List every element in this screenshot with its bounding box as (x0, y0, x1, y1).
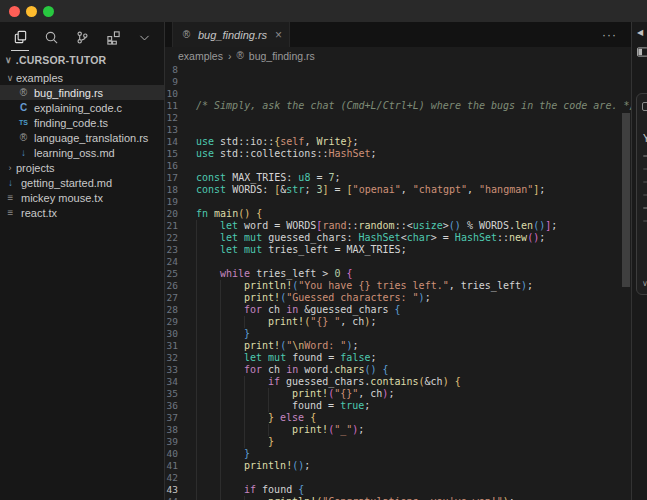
workspace-header[interactable]: ∨ .CURSOR-TUTOR (0, 52, 164, 68)
more-actions-button[interactable]: ··· (602, 28, 617, 42)
code-token: ; (388, 388, 394, 400)
code-line[interactable]: 43if found { (165, 484, 631, 496)
indent-guide (220, 472, 244, 484)
collapse-left-icon[interactable]: ◀ (637, 28, 647, 37)
code-line[interactable]: 41println!(); (165, 460, 631, 472)
line-number: 14 (165, 136, 196, 148)
line-number: 9 (165, 76, 196, 88)
tree-folder-projects[interactable]: ›projects (0, 160, 164, 175)
minimize-window-button[interactable] (26, 6, 37, 17)
tree-item-finding-code-ts[interactable]: TSfinding_code.ts (0, 115, 164, 130)
new-chat-icon[interactable] (642, 102, 647, 111)
code-line[interactable]: 35print!("{}", ch); (165, 388, 631, 400)
code-line[interactable]: 21let word = WORDS[rand::random::<usize>… (165, 220, 631, 232)
chevron-down-icon[interactable] (133, 27, 155, 47)
close-tab-icon[interactable]: × (275, 28, 282, 42)
tree-folder-examples[interactable]: ∨examples (0, 70, 164, 85)
line-number: 24 (165, 256, 196, 268)
line-number: 43 (165, 484, 196, 496)
line-number: 30 (165, 328, 196, 340)
code-line[interactable]: 9 (165, 76, 631, 88)
code-token: rand (322, 220, 346, 232)
indent-guide (196, 340, 220, 352)
code-line[interactable]: 10 (165, 88, 631, 100)
code-line[interactable]: 19 (165, 196, 631, 208)
line-number: 23 (165, 244, 196, 256)
code-line[interactable]: 27print!("Guessed characters: "); (165, 292, 631, 304)
code-line[interactable]: 25while tries_left > 0 { (165, 268, 631, 280)
code-line[interactable]: 28for ch in &guessed_chars { (165, 304, 631, 316)
tree-item-mickey-mouse-tx[interactable]: ≡mickey mouse.tx (0, 190, 164, 205)
indent-guide (196, 496, 220, 500)
tree-item-label: projects (16, 162, 55, 174)
breadcrumb-file[interactable]: bug_finding.rs (249, 50, 315, 62)
code-line[interactable]: 17const MAX_TRIES: u8 = 7; (165, 172, 631, 184)
tree-item-getting-started-md[interactable]: ↓getting_started.md (0, 175, 164, 190)
indent-guide (244, 424, 268, 436)
code-token: HashSet (358, 232, 400, 244)
code-line[interactable]: 22let mut guessed_chars: HashSet<char> =… (165, 232, 631, 244)
code-line[interactable]: 42 (165, 472, 631, 484)
code-line[interactable]: 38print!("_"); (165, 424, 631, 436)
code-token: mut (244, 232, 262, 244)
search-icon[interactable] (40, 27, 62, 47)
line-number: 13 (165, 124, 196, 136)
extensions-icon[interactable] (102, 27, 124, 47)
line-number: 25 (165, 268, 196, 280)
code-area[interactable]: 891011/* Simply, ask the chat (Cmd+L/Ctr… (165, 64, 631, 500)
code-token: mut (268, 352, 286, 364)
code-line[interactable]: 40} (165, 448, 631, 460)
tree-item-react-tx[interactable]: ≡react.tx (0, 205, 164, 220)
code-line[interactable]: 12 (165, 112, 631, 124)
split-columns-icon[interactable] (637, 47, 647, 59)
chat-input-box[interactable]: Y ∨ (636, 93, 647, 295)
tab-bug-finding[interactable]: ® bug_finding.rs × (172, 22, 290, 47)
code-line[interactable]: 13 (165, 124, 631, 136)
code-token: ; (304, 184, 316, 196)
code-line[interactable]: 32let mut found = false; (165, 352, 631, 364)
breadcrumb-folder[interactable]: examples (178, 50, 223, 62)
tree-item-language-translation-rs[interactable]: ®language_translation.rs (0, 130, 164, 145)
code-line[interactable]: 36found = true; (165, 400, 631, 412)
code-line[interactable]: 24 (165, 256, 631, 268)
code-line[interactable]: 33for ch in word.chars() { (165, 364, 631, 376)
code-line[interactable]: 11/* Simply, ask the chat (Cmd+L/Ctrl+L)… (165, 100, 631, 112)
code-token: new (509, 232, 527, 244)
code-token: :: (346, 220, 358, 232)
code-line[interactable]: 18const WORDS: [&str; 3] = ["openai", "c… (165, 184, 631, 196)
explorer-icon[interactable] (9, 27, 31, 47)
code-line[interactable]: 8 (165, 64, 631, 76)
code-token: % WORDS. (461, 220, 515, 232)
indent-guide (268, 388, 292, 400)
code-line[interactable]: 37} else { (165, 412, 631, 424)
line-number: 10 (165, 88, 196, 100)
code-line[interactable]: 39} (165, 436, 631, 448)
code-line[interactable]: 34if guessed_chars.contains(&ch) { (165, 376, 631, 388)
line-number: 19 (165, 196, 196, 208)
indent-guide (196, 328, 220, 340)
code-line[interactable]: 31print!("\nWord: "); (165, 340, 631, 352)
line-number: 17 (165, 172, 196, 184)
scrollbar-thumb[interactable] (622, 113, 630, 287)
tree-item-bug-finding-rs[interactable]: ®bug_finding.rs (0, 85, 164, 100)
chevron-down-icon[interactable]: ∨ (642, 279, 647, 288)
tree-item-learning-oss-md[interactable]: ↓learning_oss.md (0, 145, 164, 160)
source-control-icon[interactable] (71, 27, 93, 47)
chevron-down-icon: ∨ (4, 73, 16, 83)
code-line[interactable]: 26println!("You have {} tries left.", tr… (165, 280, 631, 292)
code-line[interactable]: 44println!("Congratulations, you've won!… (165, 496, 631, 500)
close-window-button[interactable] (9, 6, 20, 17)
code-token: else (280, 412, 304, 424)
code-token: "openai" (353, 184, 401, 196)
code-line[interactable]: 30} (165, 328, 631, 340)
code-line[interactable]: 23let mut tries_left = MAX_TRIES; (165, 244, 631, 256)
code-token: MAX_TRIES: (226, 172, 298, 184)
code-line[interactable]: 15use std::collections::HashSet; (165, 148, 631, 160)
tree-item-explaining-code-c[interactable]: Cexplaining_code.c (0, 100, 164, 115)
code-line[interactable]: 20fn main() { (165, 208, 631, 220)
code-line[interactable]: 29print!("{} ", ch); (165, 316, 631, 328)
code-line[interactable]: 14use std::io::{self, Write}; (165, 136, 631, 148)
code-line[interactable]: 16 (165, 160, 631, 172)
zoom-window-button[interactable] (43, 6, 54, 17)
code-token: } (268, 436, 274, 448)
